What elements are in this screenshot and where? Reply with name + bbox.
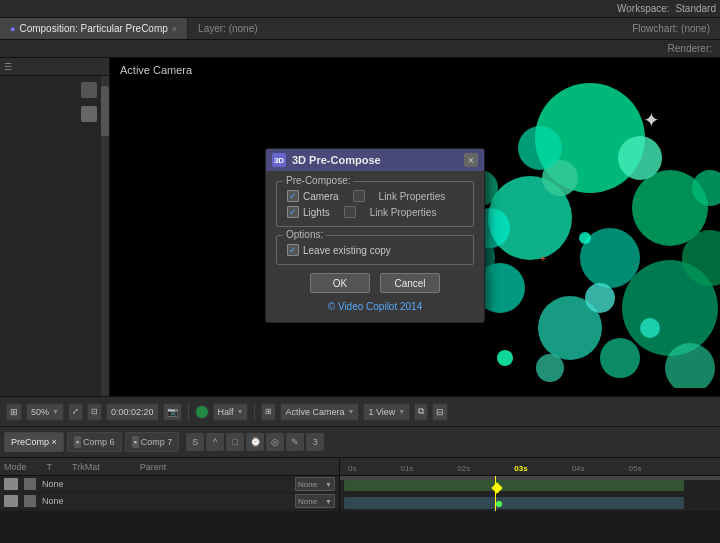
timeline-tracks bbox=[340, 476, 720, 511]
tl-framerate-icon[interactable]: ⌚ bbox=[246, 433, 264, 451]
row-mode-dropdown[interactable]: None ▼ bbox=[295, 477, 335, 491]
timeline-icon-group: S ^ □ ⌚ ◎ ✎ 3 bbox=[186, 433, 324, 451]
crosshair-indicator: + bbox=[540, 253, 550, 263]
camera-dropdown-arrow: ▼ bbox=[347, 408, 354, 415]
composition-tab[interactable]: ● Composition: Particular PreComp × bbox=[0, 18, 188, 39]
quality-dropdown[interactable]: Half ▼ bbox=[213, 403, 249, 421]
color-btn[interactable] bbox=[195, 405, 209, 419]
row-mode-dropdown-2[interactable]: None ▼ bbox=[295, 494, 335, 508]
tab-close-icon[interactable]: × bbox=[172, 24, 177, 34]
table-row: None None ▼ bbox=[0, 493, 339, 510]
timeline-left-panel: Mode T TrkMat Parent None None ▼ bbox=[0, 458, 340, 511]
row-visibility-icon-2[interactable] bbox=[4, 495, 18, 507]
sidebar-icons bbox=[0, 76, 109, 128]
view-options-btn[interactable]: ⧉ bbox=[414, 403, 428, 421]
collapse-icon[interactable]: ☰ bbox=[4, 62, 12, 72]
lights-checkbox[interactable] bbox=[287, 206, 299, 218]
tl-3d-icon[interactable]: 3 bbox=[306, 433, 324, 451]
timeline-rows: None None ▼ None None ▼ bbox=[0, 476, 339, 511]
svg-point-7 bbox=[618, 136, 662, 180]
dialog-body: Pre-Compose: Camera Link Properties Ligh… bbox=[266, 171, 484, 322]
timeline-tab-comp6[interactable]: ▪ Comp 6 bbox=[67, 432, 122, 452]
dialog-titlebar[interactable]: 3D 3D Pre-Compose × bbox=[266, 149, 484, 171]
row-color-swatch bbox=[24, 478, 36, 490]
dialog-copyright: © Video Copilot 2014 bbox=[276, 301, 474, 312]
timeline-right-panel: 0s 01s 02s 03s 04s 05s bbox=[340, 458, 720, 511]
sidebar-scrollbar[interactable] bbox=[101, 76, 109, 396]
camera-checkbox[interactable] bbox=[287, 190, 299, 202]
camera-btn[interactable]: 📷 bbox=[163, 403, 182, 421]
timeline-bar-2 bbox=[344, 497, 684, 509]
timeline-area: PreComp × ▪ Comp 6 ▪ Comp 7 S ^ □ ⌚ ◎ ✎ … bbox=[0, 426, 720, 511]
work-area-bar bbox=[340, 476, 720, 480]
zoom-dropdown[interactable]: 50% ▼ bbox=[26, 403, 64, 421]
svg-point-11 bbox=[600, 338, 640, 378]
tl-motion-blur-icon[interactable]: ◎ bbox=[266, 433, 284, 451]
sidebar-tool-icon[interactable] bbox=[81, 82, 97, 98]
flowchart-label: Flowchart: (none) bbox=[622, 18, 720, 39]
camera-link-checkbox[interactable] bbox=[353, 190, 365, 202]
timeline-playhead[interactable] bbox=[495, 476, 496, 511]
timecode-display[interactable]: 0:00:02:20 bbox=[106, 403, 159, 421]
svg-point-16 bbox=[585, 283, 615, 313]
tl-solo-icon[interactable]: S bbox=[186, 433, 204, 451]
row-visibility-icon[interactable] bbox=[4, 478, 18, 490]
lights-link-label: Link Properties bbox=[370, 207, 437, 218]
separator bbox=[188, 403, 189, 421]
renderer-bar: Renderer: bbox=[0, 40, 720, 58]
lights-checkbox-row: Lights Link Properties bbox=[287, 206, 463, 218]
grid-btn[interactable]: ⊞ bbox=[261, 403, 276, 421]
view-dropdown-arrow: ▼ bbox=[398, 408, 405, 415]
svg-point-19 bbox=[497, 350, 513, 366]
dialog-title: 3D Pre-Compose bbox=[292, 154, 458, 166]
svg-point-17 bbox=[518, 126, 562, 170]
sidebar-tool-icon-2[interactable] bbox=[81, 106, 97, 122]
camera-dropdown[interactable]: Active Camera ▼ bbox=[280, 403, 359, 421]
svg-point-21 bbox=[579, 232, 591, 244]
tab-bar: ● Composition: Particular PreComp × Laye… bbox=[0, 18, 720, 40]
cancel-button[interactable]: Cancel bbox=[380, 273, 440, 293]
camera-checkbox-label: Camera bbox=[303, 191, 339, 202]
sparkle-decoration: ✦ bbox=[643, 108, 660, 132]
separator2 bbox=[254, 403, 255, 421]
lights-checkbox-label: Lights bbox=[303, 207, 330, 218]
dialog-buttons: OK Cancel bbox=[276, 273, 474, 293]
row-color-swatch-2 bbox=[24, 495, 36, 507]
leave-copy-checkbox-row: Leave existing copy bbox=[287, 244, 463, 256]
left-sidebar: ☰ bbox=[0, 58, 110, 396]
timeline-top-bar: PreComp × ▪ Comp 6 ▪ Comp 7 S ^ □ ⌚ ◎ ✎ … bbox=[0, 427, 720, 458]
dialog-3d-precompose: 3D 3D Pre-Compose × Pre-Compose: Camera … bbox=[265, 148, 485, 323]
ok-button[interactable]: OK bbox=[310, 273, 370, 293]
timeline-tab-comp7[interactable]: ▪ Comp 7 bbox=[125, 432, 180, 452]
timeline-ruler: 0s 01s 02s 03s 04s 05s bbox=[340, 458, 720, 476]
sidebar-scroll-handle[interactable] bbox=[101, 86, 109, 136]
dialog-icon: 3D bbox=[272, 153, 286, 167]
layer-label: Layer: (none) bbox=[188, 18, 267, 39]
tl-shy-icon[interactable]: ^ bbox=[206, 433, 224, 451]
sidebar-top: ☰ bbox=[0, 58, 109, 76]
leave-copy-checkbox[interactable] bbox=[287, 244, 299, 256]
dialog-close-button[interactable]: × bbox=[464, 153, 478, 167]
quality-arrow: ▼ bbox=[237, 408, 244, 415]
options-legend: Options: bbox=[283, 229, 326, 240]
main-area: ☰ Active Camera bbox=[0, 58, 720, 396]
svg-point-20 bbox=[640, 318, 660, 338]
pre-compose-legend: Pre-Compose: bbox=[283, 175, 353, 186]
zoom-dropdown-arrow: ▼ bbox=[52, 408, 59, 415]
snapshot-btn[interactable]: ⊡ bbox=[87, 403, 102, 421]
timeline-content: Mode T TrkMat Parent None None ▼ bbox=[0, 458, 720, 511]
timeline-tab-precomp[interactable]: PreComp × bbox=[4, 432, 64, 452]
view-dropdown[interactable]: 1 View ▼ bbox=[363, 403, 410, 421]
top-bar: Workspace: Standard bbox=[0, 0, 720, 18]
tl-draft-icon[interactable]: ✎ bbox=[286, 433, 304, 451]
lights-link-checkbox[interactable] bbox=[344, 206, 356, 218]
sidebar-scroll bbox=[0, 76, 109, 396]
fit-viewer-btn[interactable]: ⤢ bbox=[68, 403, 83, 421]
view-toggle-btn[interactable]: ⊟ bbox=[432, 403, 448, 421]
leave-copy-label: Leave existing copy bbox=[303, 245, 391, 256]
camera-link-label: Link Properties bbox=[379, 191, 446, 202]
viewer-fit-btn[interactable]: ⊞ bbox=[6, 403, 22, 421]
table-row: None None ▼ bbox=[0, 476, 339, 493]
tl-collapse-icon[interactable]: □ bbox=[226, 433, 244, 451]
workspace-label: Workspace: Standard bbox=[617, 3, 716, 14]
